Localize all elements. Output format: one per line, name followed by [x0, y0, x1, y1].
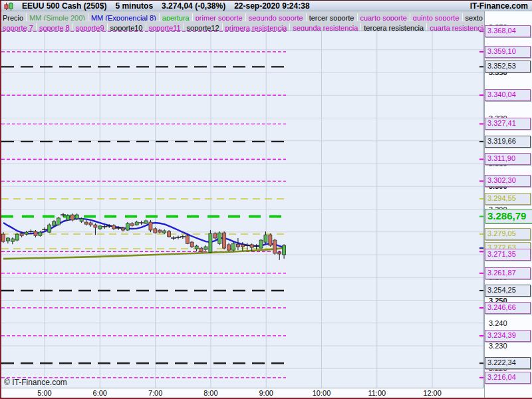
down-candle: [241, 245, 244, 247]
brand-label: IT-Finance.com: [470, 1, 528, 11]
up-candle: [135, 222, 138, 225]
x-axis-label: 12:00: [418, 389, 447, 397]
down-candle: [227, 245, 231, 250]
down-candle: [154, 229, 157, 233]
open-price-box: 3.286,79: [485, 209, 532, 223]
down-candle: [186, 235, 189, 243]
down-candle: [236, 244, 239, 247]
price-level-box: 3.368,04: [485, 25, 531, 37]
up-candle: [53, 221, 56, 225]
x-axis-label: 10:00: [307, 389, 336, 397]
x-axis-label: 11:00: [362, 389, 392, 397]
legend-item[interactable]: soporte 7: [0, 23, 37, 31]
price-level-box: 3.246,66: [485, 302, 531, 314]
candlestick-icon: [4, 2, 13, 11]
down-candle: [190, 242, 194, 247]
legend-item[interactable]: tercera resistencia: [361, 23, 427, 31]
up-candle: [144, 221, 148, 223]
price-level-box: 3.294,55: [485, 193, 531, 205]
legend-item[interactable]: primer soporte: [193, 13, 246, 21]
down-candle: [70, 215, 74, 220]
down-candle: [158, 230, 162, 232]
up-candle: [209, 233, 212, 252]
up-candle: [75, 215, 78, 219]
price-level-box: 3.319,66: [485, 136, 531, 148]
price-level-box: 3.222,34: [485, 357, 531, 369]
up-candle: [218, 233, 221, 243]
up-candle: [11, 239, 14, 241]
up-candle: [15, 234, 19, 240]
legend-item[interactable]: Precio: [0, 13, 27, 21]
up-candle: [259, 240, 263, 248]
down-candle: [213, 233, 217, 238]
legend-item[interactable]: cuarta resistencia: [427, 23, 484, 31]
up-candle: [80, 219, 83, 221]
legend-item[interactable]: soporte9: [73, 23, 108, 31]
price-level-box: 3.261,87: [485, 267, 531, 279]
y-axis-label: 3.240: [489, 319, 507, 328]
down-candle: [200, 248, 203, 251]
down-candle: [149, 222, 152, 230]
price-axis[interactable]: 3.2203.2303.2403.2503.2603.2703.2803.290…: [484, 11, 532, 398]
chart-title-bar: EEUU 500 Cash (250$) 5 minutos 3.274,04 …: [0, 1, 532, 11]
up-candle: [48, 225, 51, 232]
legend-item[interactable]: segunda resistencia: [290, 23, 361, 31]
up-candle: [163, 231, 166, 233]
legend-item[interactable]: soporte10: [108, 23, 146, 31]
timeframe-label: 5 minutos: [115, 1, 153, 11]
watermark: © IT-Finance.com: [4, 378, 67, 387]
legend-item[interactable]: MM (Simple 200): [27, 13, 88, 21]
price-level-box: 3.254,25: [485, 285, 531, 297]
y-axis-label: 3.230: [489, 341, 507, 350]
price-level-box: 3.352,53: [485, 61, 531, 72]
x-axis-label: 6:00: [85, 389, 114, 397]
up-candle: [57, 218, 61, 225]
legend-row-levels: soporte 7soporte 8soporte9soporte10sopor…: [0, 21, 484, 31]
legend-item[interactable]: tercer soporte: [307, 13, 358, 21]
legend-item[interactable]: soporte11: [146, 23, 184, 31]
down-candle: [20, 233, 23, 235]
trading-app-window: EEUU 500 Cash (250$) 5 minutos 3.274,04 …: [0, 0, 532, 399]
x-axis-label: 9:00: [251, 389, 281, 397]
down-candle: [130, 223, 134, 225]
window-left-border: [0, 1, 1, 399]
up-candle: [126, 223, 129, 230]
price-level-box: 3.216,04: [485, 372, 531, 384]
price-level-box: 3.234,39: [485, 330, 531, 342]
down-candle: [89, 223, 92, 225]
down-candle: [273, 240, 277, 253]
up-candle: [25, 232, 28, 234]
legend-item[interactable]: MM (Exponencial 8): [88, 13, 160, 21]
down-candle: [250, 245, 253, 247]
legend-item[interactable]: quinto soporte: [410, 13, 463, 21]
down-candle: [94, 225, 97, 227]
legend-item[interactable]: soporte 8: [37, 23, 73, 31]
down-candle: [168, 231, 171, 237]
legend-item[interactable]: segundo soporte: [246, 13, 307, 21]
legend-item[interactable]: primera resistencia: [223, 23, 291, 31]
price-level-box: 3.279,05: [485, 228, 531, 240]
up-candle: [6, 238, 9, 241]
up-candle: [283, 245, 286, 255]
candlestick-chart[interactable]: [0, 31, 484, 388]
last-price-and-change: 3.274,04 (-0,38%): [162, 1, 225, 11]
x-axis-label: 7:00: [141, 389, 170, 397]
up-candle: [264, 235, 267, 242]
datetime-label: 22-sep-2020 9:24:38: [234, 1, 309, 11]
legend-item[interactable]: soporte12: [184, 23, 223, 31]
x-axis-label: 8:00: [196, 389, 225, 397]
down-candle: [269, 235, 272, 245]
legend-item[interactable]: sexto soporte: [463, 13, 484, 21]
up-candle: [66, 215, 69, 220]
down-candle: [112, 225, 116, 229]
down-candle: [84, 222, 88, 224]
legend-item[interactable]: cuarto soporte: [358, 13, 410, 21]
x-axis-label: 5:00: [30, 389, 59, 397]
legend-item[interactable]: apertura: [160, 13, 193, 21]
price-level-box: 3.327,41: [485, 118, 531, 130]
price-level-box: 3.311,90: [485, 153, 531, 165]
up-candle: [98, 226, 102, 229]
time-axis[interactable]: 5:006:007:008:009:0010:0011:0012:00: [0, 388, 484, 398]
price-change: (-0,38%): [195, 1, 225, 11]
down-candle: [2, 234, 5, 241]
